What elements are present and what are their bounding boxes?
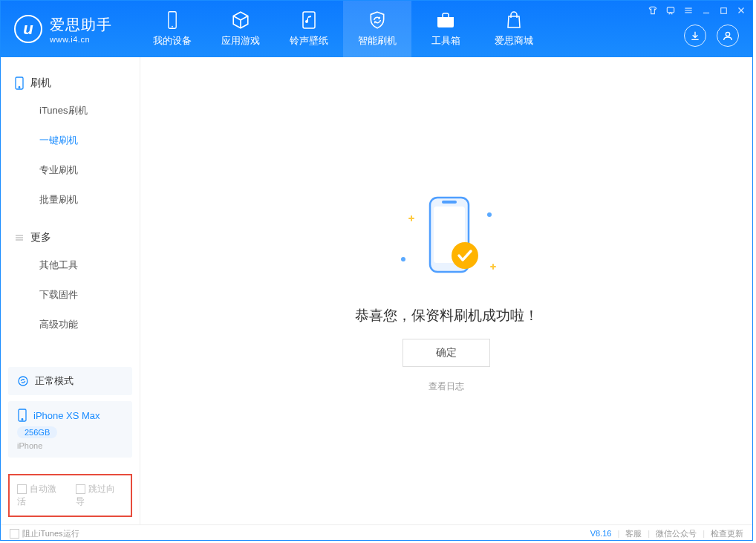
tab-toolbox[interactable]: 工具箱 xyxy=(411,1,480,57)
tab-my-device[interactable]: 我的设备 xyxy=(138,1,206,57)
tab-apps-games[interactable]: 应用游戏 xyxy=(206,1,275,57)
sidebar-group-more: 更多 xyxy=(1,225,140,250)
music-file-icon xyxy=(299,10,319,30)
sidebar-item-advanced[interactable]: 高级功能 xyxy=(1,310,140,339)
group-title: 更多 xyxy=(30,231,51,244)
refresh-icon xyxy=(17,375,29,387)
sidebar-item-batch-flash[interactable]: 批量刷机 xyxy=(1,185,140,215)
footer-link-update[interactable]: 检查更新 xyxy=(711,528,743,539)
success-message: 恭喜您，保资料刷机成功啦！ xyxy=(355,306,538,325)
app-header: u 爱思助手 www.i4.cn 我的设备 应用游戏 铃声壁纸 智能刷机 xyxy=(1,1,752,57)
mode-card[interactable]: 正常模式 xyxy=(8,367,132,395)
device-icon xyxy=(17,409,27,422)
sidebar-group-flash: 刷机 xyxy=(1,71,140,96)
device-storage: 256GB xyxy=(17,426,57,438)
menu-icon[interactable] xyxy=(683,5,694,19)
tshirt-icon[interactable] xyxy=(648,5,658,19)
maximize-icon[interactable] xyxy=(719,5,729,19)
tab-ringtones[interactable]: 铃声壁纸 xyxy=(275,1,343,57)
svg-rect-5 xyxy=(721,8,727,14)
group-title: 刷机 xyxy=(30,77,51,90)
device-type: iPhone xyxy=(17,441,123,450)
sidebar-item-pro-flash[interactable]: 专业刷机 xyxy=(1,155,140,185)
tab-store[interactable]: 爱思商城 xyxy=(480,1,548,57)
view-log-link[interactable]: 查看日志 xyxy=(428,380,464,393)
svg-rect-0 xyxy=(667,7,674,13)
phone-icon xyxy=(14,77,25,90)
svg-rect-10 xyxy=(303,12,315,28)
cube-icon xyxy=(231,10,250,30)
mode-label: 正常模式 xyxy=(35,374,74,388)
download-button[interactable] xyxy=(684,25,706,47)
svg-point-9 xyxy=(172,26,173,27)
user-button[interactable] xyxy=(717,25,739,47)
minimize-icon[interactable] xyxy=(701,5,711,19)
tab-label: 铃声壁纸 xyxy=(290,34,328,48)
header-actions xyxy=(684,14,752,57)
toolbox-icon xyxy=(436,10,455,30)
sidebar: 刷机 iTunes刷机 一键刷机 专业刷机 批量刷机 更多 其他工具 下载固件 … xyxy=(1,57,140,524)
sidebar-item-itunes-flash[interactable]: iTunes刷机 xyxy=(1,96,140,126)
sidebar-item-download-firmware[interactable]: 下载固件 xyxy=(1,280,140,310)
tab-label: 智能刷机 xyxy=(358,34,397,48)
checkbox-skip-guide[interactable]: 跳过向导 xyxy=(76,483,124,508)
svg-rect-12 xyxy=(437,17,454,20)
feedback-icon[interactable] xyxy=(665,5,676,19)
brand-name: 爱思助手 xyxy=(50,15,112,35)
list-icon xyxy=(14,233,25,243)
svg-point-27 xyxy=(452,242,478,269)
svg-point-23 xyxy=(487,212,492,217)
ok-button[interactable]: 确定 xyxy=(403,339,490,367)
close-icon[interactable] xyxy=(736,5,746,19)
version-label: V8.16 xyxy=(590,529,612,538)
svg-point-22 xyxy=(401,257,405,261)
brand-domain: www.i4.cn xyxy=(50,35,112,44)
device-card[interactable]: iPhone XS Max 256GB iPhone xyxy=(8,401,132,458)
logo-icon: u xyxy=(14,15,42,43)
tab-label: 工具箱 xyxy=(431,34,460,48)
tab-label: 应用游戏 xyxy=(221,34,260,48)
svg-point-15 xyxy=(19,87,20,88)
bag-icon xyxy=(504,10,524,30)
svg-point-21 xyxy=(22,419,23,420)
success-illustration xyxy=(372,189,521,293)
phone-icon xyxy=(163,10,182,30)
checkbox-auto-activate[interactable]: 自动激活 xyxy=(17,483,65,508)
tab-label: 爱思商城 xyxy=(495,34,533,48)
sidebar-item-other-tools[interactable]: 其他工具 xyxy=(1,250,140,280)
tab-smart-flash[interactable]: 智能刷机 xyxy=(343,1,411,57)
tab-label: 我的设备 xyxy=(153,34,192,48)
app-logo: u 爱思助手 www.i4.cn xyxy=(1,1,138,57)
checkbox-block-itunes[interactable]: 阻止iTunes运行 xyxy=(10,528,79,539)
svg-point-19 xyxy=(19,377,27,386)
footer-link-support[interactable]: 客服 xyxy=(625,528,642,539)
footer-link-wechat[interactable]: 微信公众号 xyxy=(656,528,697,539)
device-name: iPhone XS Max xyxy=(33,410,100,421)
status-bar: 阻止iTunes运行 V8.16 | 客服 | 微信公众号 | 检查更新 xyxy=(1,524,752,542)
option-checkbox-row: 自动激活 跳过向导 xyxy=(8,474,132,517)
sidebar-item-oneclick-flash[interactable]: 一键刷机 xyxy=(1,126,140,155)
window-controls xyxy=(648,5,746,19)
shield-refresh-icon xyxy=(368,10,387,30)
svg-point-13 xyxy=(726,32,729,36)
svg-rect-26 xyxy=(442,201,457,204)
main-tabs: 我的设备 应用游戏 铃声壁纸 智能刷机 工具箱 爱思商城 xyxy=(138,1,684,57)
main-content: 恭喜您，保资料刷机成功啦！ 确定 查看日志 xyxy=(140,57,752,524)
